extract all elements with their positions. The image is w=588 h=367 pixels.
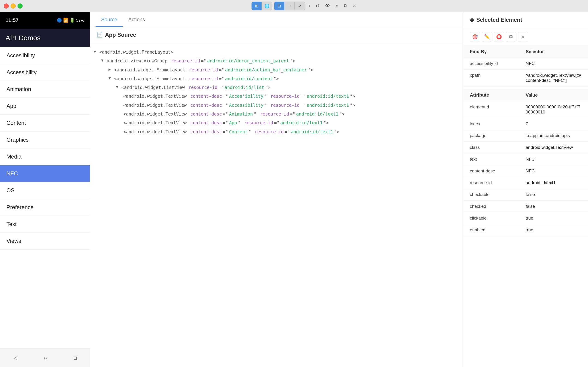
element-toolbar: 🎯 ✏️ ⭕ ⧉ ✕ xyxy=(463,28,588,46)
target-element-button[interactable]: 🎯 xyxy=(470,32,480,42)
panel-tabs: Source Actions xyxy=(90,12,463,27)
xml-tree[interactable]: ▼ <android.widget.FrameLayout> ▼ <androi… xyxy=(90,43,463,367)
nav-item-accessibility1[interactable]: Acces'ibility xyxy=(0,47,90,64)
expand-framelayout-content[interactable]: ▼ xyxy=(108,75,113,82)
attr-row-index: index 7 xyxy=(463,118,588,130)
titlebar: ⊞ 🌐 ⊡ → ⤢ ‹ ↺ 👁 ⌕ ⧉ ✕ xyxy=(0,0,588,12)
attr-key-checked: checked xyxy=(470,204,526,209)
value-col-header: Value xyxy=(526,92,581,98)
attr-row-text: text NFC xyxy=(463,153,588,165)
tab-actions[interactable]: Actions xyxy=(123,12,151,27)
nav-item-media[interactable]: Media xyxy=(0,148,90,165)
attr-value-checked: false xyxy=(526,204,581,209)
xml-line-4d: <android.widget.TextView content-desc ="… xyxy=(94,118,459,127)
maximize-button[interactable] xyxy=(17,3,23,8)
battery-percent: 57% xyxy=(76,18,84,23)
nav-item-content[interactable]: Content xyxy=(0,115,90,132)
recents-nav-icon[interactable]: □ xyxy=(74,355,77,361)
xml-line-0: ▼ <android.widget.FrameLayout> xyxy=(94,48,459,56)
attr-row-class: class android.widget.TextView xyxy=(463,142,588,153)
nav-list: Acces'ibility Accessibility Animation Ap… xyxy=(0,47,90,349)
source-panel-header: 📄 App Source xyxy=(90,27,463,43)
xml-line-4e: <android.widget.TextView content-desc ="… xyxy=(94,127,459,136)
search-button[interactable]: ⌕ xyxy=(334,2,340,9)
copy-element-button[interactable]: ⧉ xyxy=(506,32,516,42)
status-bar: 11:57 🔵 📶 🔋 57% xyxy=(0,12,90,29)
attr-row-enabled: enabled true xyxy=(463,224,588,236)
nav-item-nfc[interactable]: NFC xyxy=(0,165,90,182)
findby-selector-header: Find By Selector xyxy=(463,46,588,58)
back-nav-icon[interactable]: ◁ xyxy=(13,355,17,361)
edit-element-button[interactable]: ✏️ xyxy=(482,32,492,42)
attr-row-checked: checked false xyxy=(463,200,588,212)
attributes-table: Find By Selector accessibility id NFC xp… xyxy=(463,46,588,367)
attr-value-class: android.widget.TextView xyxy=(526,145,581,150)
device-bottom-nav: ◁ ○ □ xyxy=(0,349,90,367)
attr-key-resource-id: resource-id xyxy=(470,180,526,185)
nav-item-views[interactable]: Views xyxy=(0,233,90,250)
attr-value-clickable: true xyxy=(526,216,581,221)
source-panel: Source Actions 📄 App Source ▼ <android.w… xyxy=(90,12,463,367)
eye-button[interactable]: 👁 xyxy=(323,2,332,9)
status-icons: 🔵 📶 🔋 57% xyxy=(57,18,84,23)
wifi-icon: 📶 xyxy=(63,18,68,23)
xml-line-4b: <android.widget.TextView content-desc ="… xyxy=(94,101,459,109)
element-panel: ◈ Selected Element 🎯 ✏️ ⭕ ⧉ ✕ Find By Se… xyxy=(463,12,588,367)
copy-button[interactable]: ⧉ xyxy=(342,2,349,9)
minimize-button[interactable] xyxy=(11,3,16,8)
attr-row-clickable: clickable true xyxy=(463,212,588,224)
close-button[interactable] xyxy=(4,3,9,8)
battery-icon: 🔋 xyxy=(70,18,75,23)
attr-key-text: text xyxy=(470,157,526,162)
attr-row-elementId: elementId 00000000-0000-0e20-ffff-ffff00… xyxy=(463,101,588,118)
xml-level1: ▼ <android.view.ViewGroup resource-id ="… xyxy=(94,56,459,136)
attr-value-accessibility-id: NFC xyxy=(526,61,581,66)
view-toggle-group: ⊞ 🌐 xyxy=(251,2,272,10)
element-panel-header: ◈ Selected Element xyxy=(463,12,588,28)
xml-line-4c: <android.widget.TextView content-desc ="… xyxy=(94,109,459,118)
element-header-title: Selected Element xyxy=(476,17,522,23)
xml-line-2b: ▼ <android.widget.FrameLayout resource-i… xyxy=(94,74,459,83)
attr-key-xpath: xpath xyxy=(470,73,526,78)
attr-value-index: 7 xyxy=(526,121,581,126)
attr-value-content-desc: NFC xyxy=(526,168,581,174)
inspect-button[interactable]: ⊡ xyxy=(274,2,284,10)
close-element-button[interactable]: ✕ xyxy=(518,32,528,42)
nav-item-os[interactable]: OS xyxy=(0,182,90,199)
attr-key-enabled: enabled xyxy=(470,227,526,233)
expand-framelayout-action[interactable]: ▶ xyxy=(108,66,113,73)
nav-item-animation[interactable]: Animation xyxy=(0,81,90,98)
reload-button[interactable]: ↺ xyxy=(314,2,322,10)
nav-item-app[interactable]: App xyxy=(0,98,90,115)
grid-view-button[interactable]: ⊞ xyxy=(252,2,262,10)
tab-source[interactable]: Source xyxy=(96,12,123,27)
expand-listview[interactable]: ▼ xyxy=(116,84,121,90)
expand-viewgroup[interactable]: ▼ xyxy=(101,57,106,64)
xml-line-1: ▼ <android.view.ViewGroup resource-id ="… xyxy=(94,56,459,65)
attribute-col-header: Attribute xyxy=(470,92,526,98)
xml-line-2a: ▶ <android.widget.FrameLayout resource-i… xyxy=(94,65,459,74)
expand-root[interactable]: ▼ xyxy=(94,48,98,55)
attr-value-elementId: 00000000-0000-0e20-ffff-ffff00000010 xyxy=(526,104,581,115)
arrow-right-button[interactable]: → xyxy=(284,2,295,10)
nav-item-text[interactable]: Text xyxy=(0,216,90,233)
nav-item-preference[interactable]: Preference xyxy=(0,199,90,216)
attr-key-class: class xyxy=(470,145,526,150)
attr-value-text: NFC xyxy=(526,157,581,162)
attr-key-checkable: checkable xyxy=(470,192,526,197)
close-window-button[interactable]: ✕ xyxy=(351,2,358,10)
circle-element-button[interactable]: ⭕ xyxy=(494,32,504,42)
device-panel: 11:57 🔵 📶 🔋 57% API Demos Acces'ibility … xyxy=(0,12,90,367)
home-nav-icon[interactable]: ○ xyxy=(44,355,47,361)
resize-button[interactable]: ⤢ xyxy=(295,2,305,10)
attr-row-accessibility-id: accessibility id NFC xyxy=(463,58,588,70)
attr-value-resource-id: android:id/text1 xyxy=(526,180,581,185)
attr-row-xpath: xpath //android.widget.TextView[@content… xyxy=(463,70,588,86)
back-button[interactable]: ‹ xyxy=(307,2,312,9)
xml-line-3: ▼ <android.widget.ListView resource-id =… xyxy=(94,83,459,92)
globe-view-button[interactable]: 🌐 xyxy=(262,2,272,10)
nav-item-graphics[interactable]: Graphics xyxy=(0,132,90,148)
attr-key-clickable: clickable xyxy=(470,216,526,221)
nav-item-accessibility2[interactable]: Accessibility xyxy=(0,64,90,81)
attr-value-package: io.appium.android.apis xyxy=(526,133,581,138)
